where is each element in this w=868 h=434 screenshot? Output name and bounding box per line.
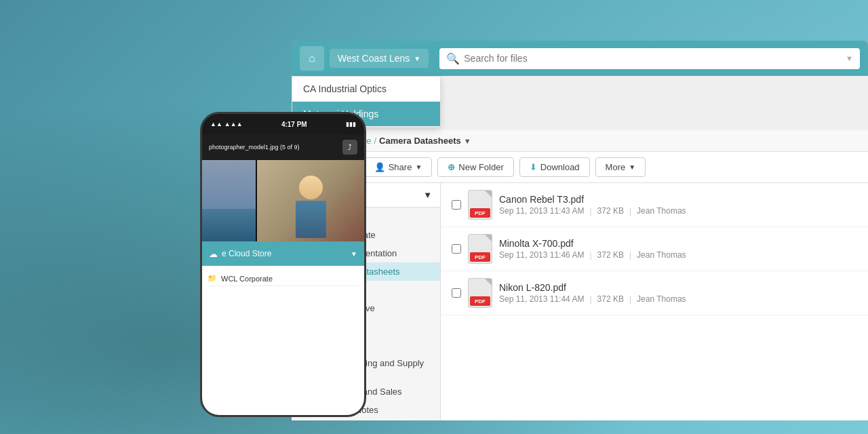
file-size-1: 372 KB	[597, 206, 624, 216]
phone-time: 4:17 PM	[281, 121, 307, 128]
file-meta-2: Sep 11, 2013 11:46 AM | 372 KB | Jean Th…	[499, 250, 857, 260]
file-info-3: Nikon L-820.pdf Sep 11, 2013 11:44 AM | …	[499, 282, 857, 304]
file-meta-3: Sep 11, 2013 11:44 AM | 372 KB | Jean Th…	[499, 294, 857, 304]
home-button[interactable]: ⌂	[300, 46, 324, 71]
phone-photo-header: photographer_model1.jpg (5 of 9) ⤴	[202, 134, 364, 160]
search-dropdown-icon[interactable]: ▼	[846, 54, 853, 62]
more-button[interactable]: More ▼	[595, 157, 646, 177]
search-icon: 🔍	[446, 52, 460, 65]
file-info-2: Minolta X-700.pdf Sep 11, 2013 11:46 AM …	[499, 238, 857, 260]
pdf-icon-2: PDF	[468, 234, 492, 264]
table-row: PDF Nikon L-820.pdf Sep 11, 2013 11:44 A…	[441, 271, 868, 315]
sidebar-dropdown-icon: ▼	[423, 190, 432, 200]
phone-app-dropdown[interactable]: ▼	[351, 250, 357, 258]
phone-folder-icon: 📁	[208, 274, 217, 283]
breadcrumb-sep: /	[374, 136, 376, 146]
org-selector[interactable]: West Coast Lens ▼	[330, 49, 429, 68]
table-row: PDF Canon Rebel T3.pdf Sep 11, 2013 11:4…	[441, 183, 868, 227]
org-menu-item-ca[interactable]: CA Industrial Optics	[292, 77, 440, 102]
new-folder-icon: ⊕	[448, 162, 455, 172]
new-folder-button[interactable]: ⊕ New Folder	[437, 157, 513, 177]
search-box: 🔍 ▼	[439, 48, 860, 69]
file-size-2: 372 KB	[597, 250, 624, 260]
share-chevron-icon: ▼	[415, 163, 422, 171]
file-checkbox-3[interactable]	[452, 288, 461, 298]
breadcrumb-dropdown-icon[interactable]: ▼	[464, 137, 471, 145]
phone-frame: ▲▲ ▲▲▲ 4:17 PM ▮▮▮ photographer_model1.j…	[200, 112, 366, 417]
phone-app-content: ☁ e Cloud Store ▼ 📁 WCL Corporate	[202, 241, 364, 415]
wifi-icon: ▲▲	[210, 121, 222, 127]
file-checkbox-1[interactable]	[452, 200, 461, 210]
phone-file-list-placeholder: 📁 WCL Corporate	[202, 266, 364, 292]
app-header: ⌂ West Coast Lens ▼ 🔍 ▼	[292, 41, 868, 76]
photo-filename: photographer_model1.jpg (5 of 9)	[209, 144, 342, 151]
file-list: PDF Canon Rebel T3.pdf Sep 11, 2013 11:4…	[441, 183, 868, 420]
signal-icon: ▲▲▲	[224, 121, 243, 127]
search-input[interactable]	[464, 53, 842, 64]
file-date-2: Sep 11, 2013 11:46 AM	[499, 250, 584, 260]
photo-thumb-featured	[257, 160, 364, 241]
main-content: e Cloud Store ▼ ared 📁 WCL Corporate 📁 B…	[292, 183, 868, 420]
phone-photo-strip	[202, 160, 364, 241]
home-icon: ⌂	[309, 52, 315, 64]
file-date-3: Sep 11, 2013 11:44 AM	[499, 294, 584, 304]
phone-signal-icons: ▲▲ ▲▲▲	[210, 121, 243, 127]
file-name-2[interactable]: Minolta X-700.pdf	[499, 238, 857, 249]
file-info-1: Canon Rebel T3.pdf Sep 11, 2013 11:43 AM…	[499, 194, 857, 216]
more-chevron-icon: ▼	[629, 163, 635, 171]
breadcrumb-current: Camera Datasheets	[379, 136, 461, 146]
share-icon: 👤	[374, 162, 385, 172]
pdf-icon-1: PDF	[468, 190, 492, 220]
laptop-screen: ⌂ West Coast Lens ▼ 🔍 ▼ CA Industrial Op…	[292, 41, 868, 420]
file-checkbox-2[interactable]	[452, 244, 461, 254]
file-author-2: Jean Thomas	[637, 250, 686, 260]
phone-status-bar: ▲▲ ▲▲▲ 4:17 PM ▮▮▮	[202, 114, 364, 134]
pdf-icon-3: PDF	[468, 278, 492, 308]
phone-app-title: e Cloud Store	[222, 249, 271, 258]
phone-app-icon: ☁	[209, 249, 218, 259]
share-icon-phone: ⤴	[348, 143, 352, 151]
laptop-frame: ⌂ West Coast Lens ▼ 🔍 ▼ CA Industrial Op…	[292, 41, 868, 420]
file-author-3: Jean Thomas	[637, 294, 686, 304]
sidebar-item-products[interactable]: 📁 Products	[292, 419, 440, 420]
share-button[interactable]: 👤 Share ▼	[364, 157, 433, 177]
download-button[interactable]: ⬇ Download	[519, 157, 590, 177]
photo-thumb-1	[202, 160, 256, 241]
toolbar: ↑ Upload 👤 Share ▼ ⊕ New Folder ⬇ Downlo…	[292, 152, 868, 183]
file-size-3: 372 KB	[597, 294, 624, 304]
file-name-1[interactable]: Canon Rebel T3.pdf	[499, 194, 857, 205]
phone-screen: photographer_model1.jpg (5 of 9) ⤴	[202, 134, 364, 415]
file-name-3[interactable]: Nikon L-820.pdf	[499, 282, 857, 293]
phone-battery-icons: ▮▮▮	[346, 121, 356, 127]
file-author-1: Jean Thomas	[637, 206, 686, 216]
download-icon: ⬇	[530, 162, 537, 172]
table-row: PDF Minolta X-700.pdf Sep 11, 2013 11:46…	[441, 227, 868, 271]
org-dropdown-icon: ▼	[414, 55, 420, 62]
breadcrumb-bar: / WCL Corporate / Camera Datasheets ▼	[292, 130, 868, 152]
file-date-1: Sep 11, 2013 11:43 AM	[499, 206, 584, 216]
org-name: West Coast Lens	[338, 53, 410, 64]
file-meta-1: Sep 11, 2013 11:43 AM | 372 KB | Jean Th…	[499, 206, 857, 216]
battery-icon: ▮▮▮	[346, 121, 356, 127]
phone-list-item[interactable]: 📁 WCL Corporate	[208, 271, 359, 286]
share-button-phone[interactable]: ⤴	[342, 140, 357, 155]
